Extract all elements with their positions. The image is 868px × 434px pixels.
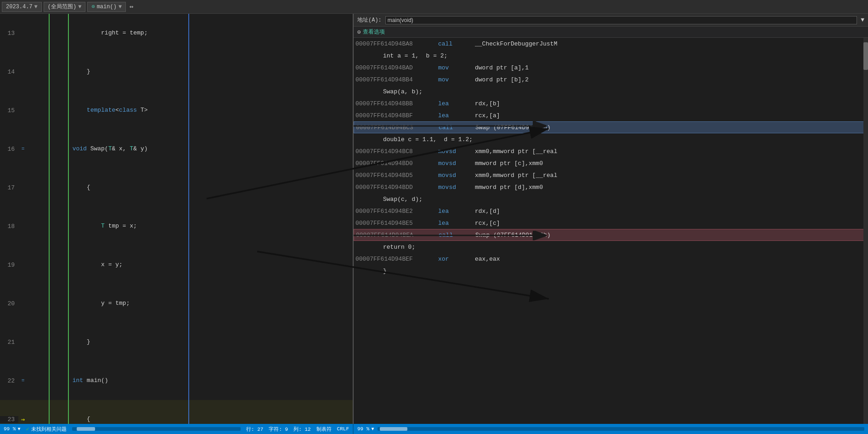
scrollbar-h-area[interactable]	[72, 427, 241, 431]
line-content-16: void Swap(T& x, T& y)	[28, 130, 353, 168]
disasm-mnem-bdd: movsd	[438, 184, 475, 191]
line-content-20: y = tmp;	[28, 284, 353, 323]
disasm-plain-swap-ab: Swap(a, b);	[354, 86, 868, 97]
toolbar-version[interactable]: 2023.4.7 ▼	[2, 2, 42, 12]
line-num-16: 16	[0, 146, 18, 153]
code-line-21: 21 }	[0, 323, 353, 361]
right-zoom-control[interactable]: 99 % ▼	[357, 426, 374, 432]
code-line-16: 16 = void Swap(T& x, T& y)	[0, 130, 353, 168]
right-h-scrollbar-thumb[interactable]	[380, 427, 407, 431]
disasm-scrollbar[interactable]	[863, 38, 868, 424]
code-line-22: 22 = int main()	[0, 361, 353, 400]
disasm-addr-bd5: 00007FF614D94BD5	[355, 172, 438, 179]
line-num-23: 23	[0, 416, 18, 423]
right-header: 地址(A): ▼	[354, 14, 868, 27]
addr-label: 地址(A):	[357, 16, 382, 24]
disasm-addr-bad: 00007FF614D94BAD	[355, 64, 438, 71]
disasm-addr-bbf: 00007FF614D94BBF	[355, 112, 438, 119]
dropdown-icon: ▼	[861, 17, 864, 23]
line-content-23: {	[28, 400, 353, 424]
disasm-operand-bbb: rdx,[b]	[475, 100, 866, 107]
disasm-mnem-be2: lea	[438, 208, 475, 215]
function-icon: ⊙	[91, 3, 95, 10]
h-scrollbar-thumb[interactable]	[77, 427, 95, 431]
h-scrollbar[interactable]	[72, 427, 241, 431]
code-line-18: 18 T tmp = x;	[0, 207, 353, 246]
disasm-scroll[interactable]: 00007FF614D94BA8 call __CheckForDebugger…	[354, 38, 868, 424]
split-icon[interactable]: ⇔	[128, 2, 135, 11]
toolbar: 2023.4.7 ▼ (全局范围) ▼ ⊙ main() ▼ ⇔	[0, 0, 868, 14]
code-line-14: 14 }	[0, 52, 353, 91]
disasm-addr-bdd: 00007FF614D94BDD	[355, 184, 438, 191]
line-content-17: {	[28, 168, 353, 207]
disasm-plain-swap-cd-text: Swap(c, d);	[355, 196, 423, 203]
crlf-text: CRLF	[337, 426, 349, 432]
disasm-mnem-bad: mov	[438, 64, 475, 71]
line-num-14: 14	[0, 69, 18, 75]
zoom-control[interactable]: 99 % ▼	[4, 426, 20, 432]
status-check-area: ✓ 未找到相关问题	[26, 426, 66, 433]
disasm-mnem-bd5: movsd	[438, 172, 475, 179]
line-indicator-22: =	[18, 378, 28, 383]
disasm-line-bbb: 00007FF614D94BBB lea rdx,[b]	[354, 97, 868, 109]
disasm-addr-bd0: 00007FF614D94BD0	[355, 160, 438, 167]
line-indicator-16: =	[18, 146, 28, 152]
disasm-operand-1: __CheckForDebuggerJustM	[475, 40, 866, 47]
disasm-line-bbf: 00007FF614D94BBF lea rcx,[a]	[354, 109, 868, 121]
disasm-plain-double: double c = 1.1, d = 1.2;	[354, 133, 868, 145]
disasm-line-bea: 00007FF614D94BEA call Swap (07FF614D913C…	[354, 229, 868, 241]
disasm-plain-swap-cd: Swap(c, d);	[354, 193, 868, 205]
code-scroll[interactable]: 13 right = temp; 14 }	[0, 14, 353, 424]
disasm-addr-bef: 00007FF614D94BEF	[355, 256, 438, 263]
disasm-mnem-bc8: movsd	[438, 148, 475, 155]
bottom-bar: 99 % ▼ ✓ 未找到相关问题 行: 27 字符: 9 列: 12 制表符 C…	[0, 424, 868, 434]
disasm-operand-bbf: rcx,[a]	[475, 112, 866, 119]
right-status-bar: 99 % ▼	[354, 424, 868, 434]
line-num-21: 21	[0, 339, 18, 346]
scrollbar-thumb[interactable]	[863, 42, 868, 70]
disasm-mnem-bef: xor	[438, 256, 475, 263]
code-line-23: 23 ⇒ {	[0, 400, 353, 424]
disasm-line-bb4: 00007FF614D94BB4 mov dword ptr [b],2	[354, 74, 868, 86]
code-line-15: 15 template<class T>	[0, 91, 353, 130]
toolbar-function[interactable]: ⊙ main() ▼	[87, 2, 126, 12]
toolbar-scope[interactable]: (全局范围) ▼	[44, 2, 86, 12]
line-content-22: int main()	[28, 361, 353, 400]
disasm-operand-bd5: xmm0,mmword ptr [__real	[475, 172, 866, 179]
disasm-operand-bb4: dword ptr [b],2	[475, 76, 866, 83]
line-indicator-23: ⇒	[18, 416, 28, 423]
disasm-options-bar: ⊙ 查看选项	[354, 27, 868, 38]
version-label: 2023.4.7	[6, 4, 33, 10]
code-line-13: 13 right = temp;	[0, 14, 353, 52]
panes-container: 13 right = temp; 14 }	[0, 14, 868, 424]
code-line-20: 20 y = tmp;	[0, 284, 353, 323]
right-pane: 地址(A): ▼ ⊙ 查看选项 00007FF614D94BA8 call __…	[354, 14, 868, 424]
right-h-scrollbar-area[interactable]	[378, 427, 864, 431]
disasm-operand-bc3: Swap (07FF614D913C5h)	[475, 124, 866, 131]
right-h-scrollbar[interactable]	[378, 427, 864, 431]
disasm-plain-brace-text: }	[355, 268, 387, 274]
disasm-line-be5: 00007FF614D94BE5 lea rcx,[c]	[354, 217, 868, 229]
addr-input[interactable]	[385, 16, 857, 24]
scope-label: (全局范围)	[48, 3, 76, 11]
line-content-14: }	[28, 52, 353, 91]
col-text: 列: 12	[293, 426, 310, 433]
disasm-line-bd5: 00007FF614D94BD5 movsd xmm0,mmword ptr […	[354, 169, 868, 181]
right-zoom-dropdown: ▼	[371, 427, 374, 432]
disasm-line-bc8: 00007FF614D94BC8 movsd xmm0,mmword ptr […	[354, 145, 868, 157]
line-num-15: 15	[0, 107, 18, 114]
disasm-addr-bbb: 00007FF614D94BBB	[355, 100, 438, 107]
zoom-text: 99 %	[4, 426, 16, 432]
line-num-17: 17	[0, 184, 18, 191]
disasm-plain-return: return 0;	[354, 241, 868, 253]
disasm-mnem-bbb: lea	[438, 100, 475, 107]
line-num-19: 19	[0, 262, 18, 268]
disasm-addr-be5: 00007FF614D94BE5	[355, 220, 438, 227]
view-options-text[interactable]: 查看选项	[363, 28, 385, 36]
line-content-21: }	[28, 323, 353, 361]
left-pane: 13 right = temp; 14 }	[0, 14, 354, 424]
function-label: main()	[97, 4, 117, 10]
disasm-mnem-bc3: call	[439, 124, 475, 131]
disasm-addr-1: 00007FF614D94BA8	[355, 40, 438, 47]
disasm-operand-be5: rcx,[c]	[475, 220, 866, 227]
